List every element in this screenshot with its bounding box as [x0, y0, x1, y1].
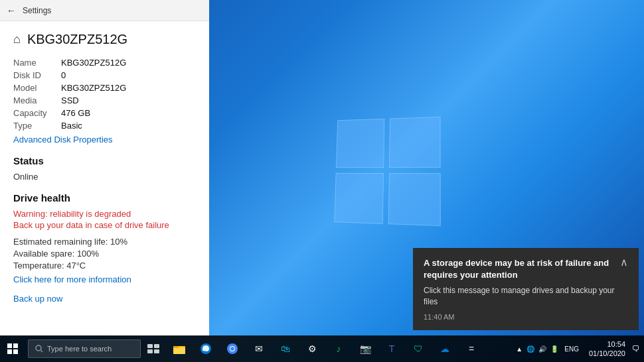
notification-toast[interactable]: A storage device may be at risk of failu… — [413, 248, 639, 330]
prop-value-model: KBG30ZPZ512G — [61, 83, 126, 93]
health-stat-spare: Available spare: 100% — [13, 249, 196, 259]
logo-pane-tl — [336, 119, 384, 168]
taskbar-app-mail[interactable]: ✉ — [246, 335, 272, 362]
prop-value-media: SSD — [61, 95, 79, 105]
settings-titlebar: ← Settings — [0, 0, 209, 21]
taskbar-clock[interactable]: 10:54 01/10/2020 — [589, 339, 625, 359]
windows-logo — [333, 117, 440, 223]
advanced-disk-properties-link[interactable]: Advanced Disk Properties — [13, 135, 196, 145]
backup-now-link[interactable]: Back up now — [13, 294, 62, 304]
taskbar: Type here to search — [0, 335, 644, 362]
task-view-icon — [147, 344, 159, 353]
status-value: Online — [13, 172, 196, 182]
prop-label-diskid: Disk ID — [13, 70, 61, 80]
svg-rect-12 — [173, 346, 179, 348]
back-button[interactable]: ← — [7, 5, 16, 16]
properties-table: Name KBG30ZPZ512G Disk ID 0 Model KBG30Z… — [13, 58, 196, 131]
explorer-icon — [173, 343, 185, 354]
tray-arrow-icon[interactable]: ▲ — [516, 345, 523, 353]
prop-row-capacity: Capacity 476 GB — [13, 108, 196, 118]
taskbar-search-box[interactable]: Type here to search — [28, 339, 141, 358]
drive-health-warning-line1: Warning: reliability is degraded — [13, 209, 196, 219]
svg-rect-11 — [173, 347, 185, 354]
taskbar-app-chrome[interactable] — [219, 335, 246, 362]
prop-label-capacity: Capacity — [13, 108, 61, 118]
disk-name-heading: KBG30ZPZ512G — [27, 32, 127, 47]
taskbar-app-calc[interactable]: = — [458, 335, 485, 362]
svg-point-4 — [36, 345, 41, 351]
prop-label-model: Model — [13, 83, 61, 93]
drive-health-heading: Drive health — [13, 192, 196, 204]
start-button[interactable] — [0, 335, 25, 362]
disk-home-icon: ⌂ — [13, 32, 21, 46]
prop-value-capacity: 476 GB — [61, 108, 90, 118]
tray-battery-icon[interactable]: 🔋 — [550, 345, 558, 353]
logo-pane-br — [388, 173, 441, 226]
task-view-button[interactable] — [141, 335, 166, 362]
system-tray-icons: ▲ 🌐 🔊 🔋 ENG — [516, 345, 581, 353]
drive-health-warning-line2: Back up your data in case of drive failu… — [13, 220, 196, 230]
taskbar-system-tray: ▲ 🌐 🔊 🔋 ENG 10:54 01/10/2020 🗨 — [516, 339, 644, 359]
svg-rect-0 — [7, 343, 12, 348]
status-heading: Status — [13, 155, 196, 166]
search-icon — [35, 345, 43, 353]
svg-rect-3 — [13, 349, 18, 354]
logo-pane-tr — [389, 117, 441, 168]
settings-content: ⌂ KBG30ZPZ512G Name KBG30ZPZ512G Disk ID… — [0, 21, 209, 335]
svg-rect-7 — [154, 344, 159, 348]
prop-row-type: Type Basic — [13, 121, 196, 131]
prop-label-type: Type — [13, 121, 61, 131]
toast-time: 11:40 AM — [424, 313, 628, 321]
prop-value-diskid: 0 — [61, 70, 66, 80]
prop-value-type: Basic — [61, 121, 82, 131]
health-stat-temp: Temperature: 47°C — [13, 261, 196, 271]
prop-row-diskid: Disk ID 0 — [13, 70, 196, 80]
toast-title: A storage device may be at risk of failu… — [424, 257, 613, 281]
taskbar-app-security[interactable]: 🛡 — [405, 335, 432, 362]
health-stat-life: Estimated remaining life: 10% — [13, 237, 196, 247]
notification-center-button[interactable]: 🗨 — [632, 344, 640, 353]
taskbar-app-settings2[interactable]: ⚙ — [299, 335, 325, 362]
tray-network-icon[interactable]: 🌐 — [526, 345, 534, 353]
toast-close-button[interactable]: ∧ — [620, 257, 628, 268]
prop-row-name: Name KBG30ZPZ512G — [13, 58, 196, 68]
prop-label-media: Media — [13, 95, 61, 105]
taskbar-app-onedrv[interactable]: ☁ — [432, 335, 458, 362]
tray-lang-icon[interactable]: ENG — [564, 345, 579, 353]
prop-row-model: Model KBG30ZPZ512G — [13, 83, 196, 93]
prop-row-media: Media SSD — [13, 95, 196, 105]
taskbar-app-icons: ✉ 🛍 ⚙ ♪ 📷 T 🛡 ☁ = — [166, 335, 485, 362]
logo-pane-bl — [334, 173, 384, 224]
svg-rect-6 — [147, 344, 153, 348]
settings-panel: ← Settings ⌂ KBG30ZPZ512G Name KBG30ZPZ5… — [0, 0, 209, 335]
clock-date: 01/10/2020 — [589, 349, 625, 358]
more-info-link[interactable]: Click here for more information — [13, 274, 196, 284]
prop-value-name: KBG30ZPZ512G — [61, 58, 126, 68]
taskbar-app-photos[interactable]: 📷 — [352, 335, 378, 362]
disk-header: ⌂ KBG30ZPZ512G — [13, 32, 196, 47]
settings-title-text: Settings — [23, 6, 51, 15]
svg-line-5 — [41, 351, 43, 353]
svg-rect-9 — [154, 349, 159, 353]
clock-time: 10:54 — [589, 339, 625, 349]
taskbar-app-music[interactable]: ♪ — [325, 335, 352, 362]
taskbar-app-teams[interactable]: T — [378, 335, 405, 362]
taskbar-app-explorer[interactable] — [166, 335, 193, 362]
toast-body: Click this message to manage drives and … — [424, 285, 628, 308]
toast-header: A storage device may be at risk of failu… — [424, 257, 628, 281]
chrome-icon — [226, 343, 238, 355]
svg-rect-8 — [147, 349, 153, 353]
taskbar-app-edge[interactable] — [193, 335, 219, 362]
svg-rect-1 — [13, 343, 18, 348]
prop-label-name: Name — [13, 58, 61, 68]
edge-icon — [200, 343, 212, 355]
tray-volume-icon[interactable]: 🔊 — [538, 345, 546, 353]
svg-point-16 — [230, 347, 234, 351]
search-placeholder: Type here to search — [47, 345, 112, 353]
taskbar-app-store[interactable]: 🛍 — [272, 335, 299, 362]
svg-rect-2 — [7, 349, 12, 354]
